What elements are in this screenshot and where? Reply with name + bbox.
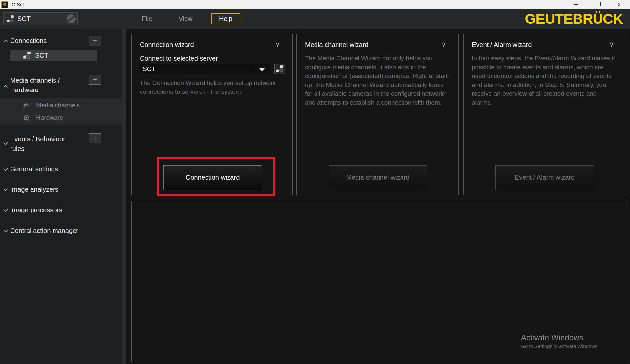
close-button[interactable]: ✕ — [608, 0, 630, 9]
geutebruck-logo: GEUTEBRÜCK — [525, 9, 623, 29]
minimize-button[interactable] — [565, 0, 587, 9]
restore-icon — [596, 3, 599, 6]
connection-wizard-panel: Connection wizard ? Connect to selected … — [131, 34, 293, 195]
chip-icon — [22, 114, 30, 122]
panel-title: Media channel wizard — [305, 41, 368, 49]
window-controls: ✕ — [565, 0, 630, 9]
connect-to-server-label: Connect to selected server — [140, 55, 218, 62]
help-icon[interactable]: ? — [276, 42, 279, 48]
watermark-subtitle: Go to Settings to activate Windows. — [521, 343, 599, 349]
titlebar: ⚙ G-Set ✕ — [0, 0, 630, 9]
chevron-down-icon — [3, 142, 8, 145]
network-search-button[interactable] — [274, 64, 285, 74]
sidebar-item-label: Media channels / Hardware — [10, 76, 60, 95]
chevron-down-icon — [3, 209, 8, 212]
server-selector-value: SCT — [17, 15, 31, 23]
sidebar-item-image-analyzers[interactable]: Image analyzers — [0, 184, 122, 195]
server-selector[interactable]: SCT — [3, 12, 78, 25]
sidebar-item-label: Central action manager — [10, 226, 78, 235]
add-event-button[interactable]: + — [89, 133, 101, 143]
menu-help[interactable]: Help — [211, 13, 240, 24]
sidebar-item-hardware[interactable]: Hardware — [0, 113, 122, 123]
minimize-icon — [574, 4, 578, 5]
connection-wizard-button[interactable]: Connection wizard — [163, 165, 262, 190]
sidebar-scrollbar[interactable] — [122, 29, 126, 364]
sidebar-item-label: Events / Behaviour rules — [10, 134, 65, 153]
event-alarm-wizard-panel: Event / Alarm wizard ? In four easy step… — [463, 34, 626, 195]
sidebar-item-label: Image processors — [10, 205, 62, 215]
chevron-down-icon — [3, 188, 8, 191]
panel-title: Connection wizard — [140, 41, 194, 49]
event-alarm-wizard-button[interactable]: Event / Alarm wizard — [495, 165, 594, 190]
app-gear-icon: ⚙ — [1, 1, 8, 8]
sidebar-item-general-settings[interactable]: General settings — [0, 164, 122, 175]
dropdown-separator — [254, 65, 254, 73]
chevron-down-icon — [3, 229, 8, 233]
network-icon — [6, 15, 14, 23]
menu-view[interactable]: View — [176, 9, 195, 29]
add-media-channel-button[interactable]: + — [89, 75, 101, 85]
network-icon — [276, 65, 284, 73]
menu-file[interactable]: File — [138, 9, 156, 29]
panel-description: The Connection Wizard helps you set up n… — [140, 78, 285, 96]
media-channel-wizard-button[interactable]: Media channel wizard — [329, 165, 427, 190]
server-dropdown[interactable]: SCT — [140, 64, 270, 74]
watermark-title: Activate Windows — [521, 333, 599, 342]
sidebar-item-label: General settings — [10, 164, 58, 174]
panel-description: The Media Channel Wizard not only helps … — [305, 54, 450, 107]
chevron-down-icon — [3, 168, 8, 171]
media-channel-wizard-panel: Media channel wizard ? The Media Channel… — [296, 34, 459, 195]
panel-title: Event / Alarm wizard — [472, 41, 532, 49]
sidebar-item-label: Image analyzers — [10, 185, 58, 194]
sidebar-item-media-hardware[interactable]: Media channels / Hardware + — [0, 75, 122, 98]
sidebar-item-image-processors[interactable]: Image processors — [0, 205, 122, 216]
sidebar-item-media-channels[interactable]: Media channels — [0, 100, 122, 110]
sidebar-item-label: Media channels — [36, 102, 80, 109]
help-icon[interactable]: ? — [610, 42, 613, 48]
chevron-up-icon — [3, 39, 8, 43]
activate-windows-watermark: Activate Windows Go to Settings to activ… — [521, 333, 599, 349]
sidebar-item-label: Hardware — [36, 114, 63, 121]
toolbar: SCT File View Help GEUTEBRÜCK — [0, 9, 630, 29]
sidebar-item-events-behaviour-rules[interactable]: Events / Behaviour rules + — [0, 132, 122, 155]
sidebar-item-connections[interactable]: Connections + — [0, 35, 122, 47]
dropdown-arrow-icon — [259, 68, 265, 71]
panel-description: In four easy steps, the Event/Alarm Wiza… — [472, 54, 617, 107]
restore-button[interactable] — [587, 0, 608, 9]
camera-icon — [22, 101, 30, 109]
sidebar-item-label: SCT — [35, 52, 48, 59]
sidebar: Connections + SCT Media channels / Hardw… — [0, 29, 122, 364]
help-icon[interactable]: ? — [442, 42, 445, 48]
g-set-window: ⚙ G-Set ✕ SCT File View Help GEUTEBRÜCK — [0, 0, 630, 364]
network-icon — [23, 51, 31, 59]
chevron-up-icon — [3, 85, 8, 88]
add-connection-button[interactable]: + — [89, 36, 101, 46]
server-dropdown-value: SCT — [143, 65, 155, 72]
sidebar-item-label: Connections — [10, 36, 47, 46]
sidebar-item-sct[interactable]: SCT — [10, 50, 97, 61]
sidebar-item-central-action-manager[interactable]: Central action manager — [0, 225, 122, 236]
media-hardware-group: Media channels Hardware — [0, 98, 122, 125]
window-title: G-Set — [12, 2, 24, 7]
disconnected-icon — [67, 14, 76, 23]
